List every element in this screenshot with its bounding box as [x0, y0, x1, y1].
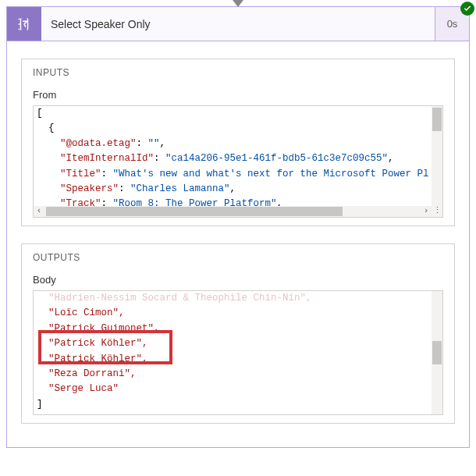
filter-array-icon: [7, 7, 41, 41]
outputs-code-content: "Hadrien-Nessim Socard & Theophile Chin-…: [34, 291, 432, 414]
action-header[interactable]: Select Speaker Only 0s: [7, 7, 469, 41]
inputs-from-label: From: [22, 89, 454, 105]
outputs-code-viewer[interactable]: "Hadrien-Nessim Socard & Theophile Chin-…: [33, 290, 443, 415]
horizontal-scrollbar[interactable]: [34, 206, 432, 217]
action-card: Select Speaker Only 0s INPUTS From [ { "…: [6, 6, 470, 448]
outputs-heading: OUTPUTS: [22, 244, 454, 274]
action-title: Select Speaker Only: [41, 7, 435, 41]
scroll-corner: ⋮: [432, 206, 442, 217]
chevron-down-icon: [233, 0, 243, 7]
outputs-body-label: Body: [22, 274, 454, 290]
inputs-code-content: [ { "@odata.etag": "", "ItemInternalId":…: [34, 106, 432, 206]
inputs-section: INPUTS From [ { "@odata.etag": "", "Item…: [21, 59, 455, 226]
inputs-code-viewer[interactable]: [ { "@odata.etag": "", "ItemInternalId":…: [33, 105, 443, 218]
inputs-heading: INPUTS: [22, 59, 454, 89]
status-success-icon: [460, 2, 474, 16]
scroll-right-icon[interactable]: ›: [421, 206, 432, 217]
vertical-scrollbar[interactable]: [432, 106, 442, 206]
outputs-section: OUTPUTS Body "Hadrien-Nessim Socard & Th…: [21, 243, 455, 424]
vertical-scrollbar[interactable]: [432, 291, 442, 414]
scroll-left-icon[interactable]: ‹: [34, 206, 44, 217]
